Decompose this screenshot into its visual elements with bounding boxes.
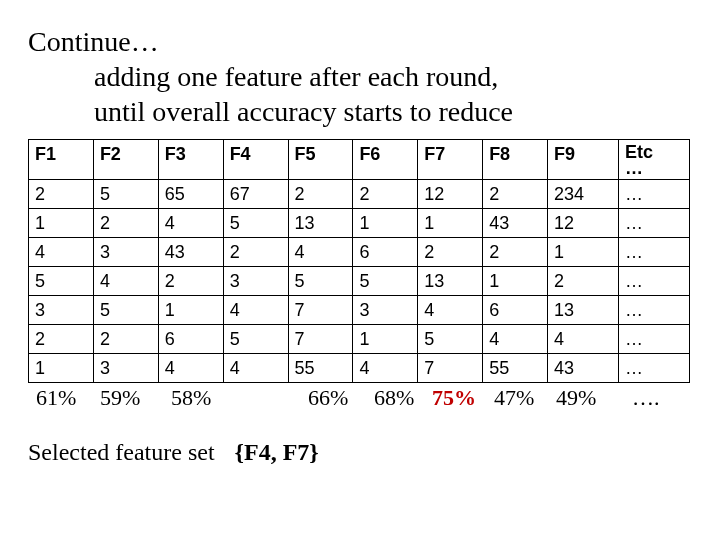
- col-header-f6: F6: [353, 140, 418, 180]
- cell: …: [618, 238, 689, 267]
- table-row: 134455475543…: [29, 354, 690, 383]
- cell: 4: [93, 267, 158, 296]
- cell: 5: [29, 267, 94, 296]
- cell: 3: [353, 296, 418, 325]
- cell: 2: [29, 325, 94, 354]
- cell: …: [618, 325, 689, 354]
- cell: 4: [548, 325, 619, 354]
- accuracy-row: 61% 59% 58% 66% 68% 75% 47% 49% ….: [28, 385, 690, 413]
- acc-f9: 49%: [556, 385, 596, 411]
- acc-f7: 75%: [432, 385, 476, 411]
- col-header-f9: F9: [548, 140, 619, 180]
- cell: 1: [418, 209, 483, 238]
- cell: 5: [223, 325, 288, 354]
- col-header-f8: F8: [483, 140, 548, 180]
- cell: 55: [483, 354, 548, 383]
- acc-f6: 68%: [374, 385, 414, 411]
- cell: 1: [483, 267, 548, 296]
- acc-f5: 66%: [308, 385, 348, 411]
- cell: 6: [158, 325, 223, 354]
- etc-bot: …: [625, 158, 643, 178]
- cell: 3: [29, 296, 94, 325]
- col-header-f4: F4: [223, 140, 288, 180]
- acc-f2: 59%: [100, 385, 140, 411]
- feature-table: F1 F2 F3 F4 F5 F6 F7 F8 F9 Etc … 2565672…: [28, 139, 690, 383]
- cell: 5: [93, 296, 158, 325]
- table-row: 226571544…: [29, 325, 690, 354]
- cell: 2: [29, 180, 94, 209]
- cell: 2: [288, 180, 353, 209]
- cell: 12: [418, 180, 483, 209]
- col-header-f1: F1: [29, 140, 94, 180]
- table-row: 4343246221…: [29, 238, 690, 267]
- acc-f3: 58%: [171, 385, 211, 411]
- table-body: 25656722122234…124513114312…4343246221…5…: [29, 180, 690, 383]
- col-header-etc: Etc …: [618, 140, 689, 180]
- cell: 4: [418, 296, 483, 325]
- col-header-f5: F5: [288, 140, 353, 180]
- cell: 5: [288, 267, 353, 296]
- cell: 43: [483, 209, 548, 238]
- cell: …: [618, 296, 689, 325]
- cell: 1: [29, 209, 94, 238]
- table-row: 124513114312…: [29, 209, 690, 238]
- cell: 1: [353, 209, 418, 238]
- cell: 4: [223, 354, 288, 383]
- cell: …: [618, 180, 689, 209]
- cell: 4: [158, 209, 223, 238]
- table-row: 3514734613…: [29, 296, 690, 325]
- cell: 55: [288, 354, 353, 383]
- cell: 4: [288, 238, 353, 267]
- cell: 7: [288, 296, 353, 325]
- table-row: 25656722122234…: [29, 180, 690, 209]
- selected-set: {F4, F7}: [221, 439, 319, 465]
- acc-f8: 47%: [494, 385, 534, 411]
- cell: 2: [353, 180, 418, 209]
- cell: 5: [418, 325, 483, 354]
- cell: 2: [93, 325, 158, 354]
- cell: 2: [418, 238, 483, 267]
- title-line-2: adding one feature after each round,: [28, 59, 692, 94]
- cell: 2: [483, 180, 548, 209]
- cell: 6: [353, 238, 418, 267]
- cell: 1: [29, 354, 94, 383]
- cell: 2: [93, 209, 158, 238]
- cell: 5: [353, 267, 418, 296]
- cell: 13: [418, 267, 483, 296]
- selected-feature-line: Selected feature set {F4, F7}: [28, 439, 692, 466]
- cell: 6: [483, 296, 548, 325]
- cell: …: [618, 209, 689, 238]
- cell: 13: [548, 296, 619, 325]
- cell: 4: [483, 325, 548, 354]
- cell: 13: [288, 209, 353, 238]
- col-header-f3: F3: [158, 140, 223, 180]
- cell: 43: [158, 238, 223, 267]
- selected-label: Selected feature set: [28, 439, 215, 465]
- cell: 1: [548, 238, 619, 267]
- table-header-row: F1 F2 F3 F4 F5 F6 F7 F8 F9 Etc …: [29, 140, 690, 180]
- acc-f1: 61%: [36, 385, 76, 411]
- cell: 3: [223, 267, 288, 296]
- cell: 7: [418, 354, 483, 383]
- cell: …: [618, 267, 689, 296]
- cell: 67: [223, 180, 288, 209]
- cell: 234: [548, 180, 619, 209]
- cell: 3: [93, 354, 158, 383]
- cell: 2: [158, 267, 223, 296]
- cell: 4: [223, 296, 288, 325]
- col-header-f7: F7: [418, 140, 483, 180]
- cell: 43: [548, 354, 619, 383]
- title-line-3: until overall accuracy starts to reduce: [28, 94, 692, 129]
- cell: 7: [288, 325, 353, 354]
- cell: …: [618, 354, 689, 383]
- table-row: 5423551312…: [29, 267, 690, 296]
- cell: 4: [158, 354, 223, 383]
- cell: 5: [93, 180, 158, 209]
- acc-etc: ….: [632, 385, 660, 411]
- cell: 65: [158, 180, 223, 209]
- cell: 4: [29, 238, 94, 267]
- cell: 3: [93, 238, 158, 267]
- cell: 2: [223, 238, 288, 267]
- cell: 1: [158, 296, 223, 325]
- cell: 2: [483, 238, 548, 267]
